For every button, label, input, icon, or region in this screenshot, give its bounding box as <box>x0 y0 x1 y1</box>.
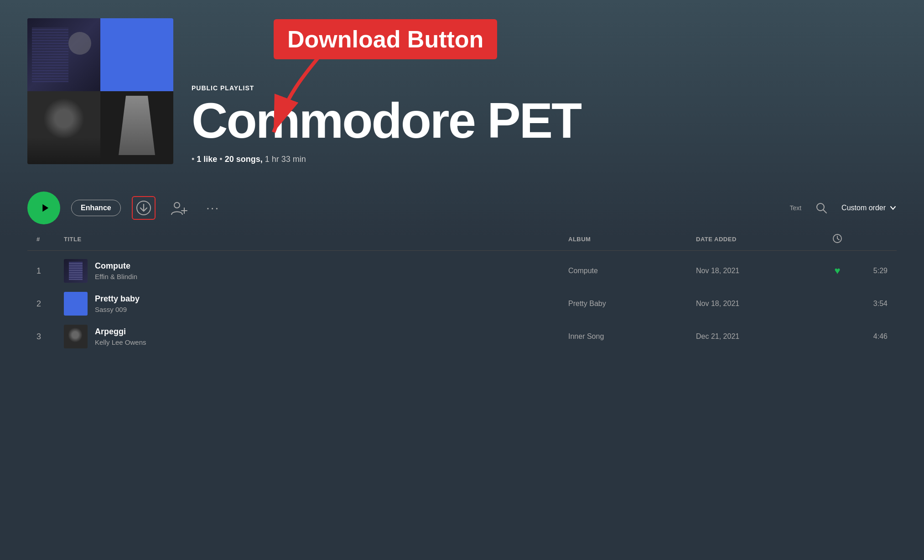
col-header-title: TITLE <box>64 236 568 243</box>
track-name-artist: Compute Effin & Blindin <box>95 261 137 280</box>
track-date-added: Nov 18, 2021 <box>696 300 824 308</box>
track-list: 1 Compute Effin & Blindin Compute Nov 18… <box>27 254 897 353</box>
more-options-button[interactable]: ··· <box>201 196 225 220</box>
track-liked-icon: ♥ <box>824 265 851 277</box>
track-table: # TITLE ALBUM DATE ADDED 1 Compute Effin… <box>27 233 897 353</box>
play-button[interactable] <box>27 192 60 224</box>
track-artist: Effin & Blindin <box>95 273 137 280</box>
track-album: Inner Song <box>568 332 696 341</box>
custom-order-label: Custom order <box>841 204 886 212</box>
more-dots: ··· <box>206 201 219 215</box>
track-thumbnail <box>64 325 88 348</box>
track-artist: Kelly Lee Owens <box>95 338 146 346</box>
play-icon <box>38 202 51 214</box>
track-info: Pretty baby Sassy 009 <box>64 292 568 316</box>
annotation-arrow <box>260 41 351 143</box>
track-name: Pretty baby <box>95 294 140 304</box>
track-info: Compute Effin & Blindin <box>64 259 568 283</box>
track-album: Pretty Baby <box>568 300 696 308</box>
track-number: 1 <box>36 266 64 276</box>
cover-cell-4 <box>100 91 173 164</box>
download-icon <box>136 200 151 216</box>
chevron-down-icon <box>889 204 897 212</box>
svg-point-2 <box>174 202 180 208</box>
cover-cell-1-inner <box>27 18 100 91</box>
track-duration: 4:46 <box>851 332 888 341</box>
clock-icon <box>832 233 842 244</box>
col-header-num: # <box>36 236 64 243</box>
track-info: Arpeggi Kelly Lee Owens <box>64 325 568 348</box>
track-name-artist: Pretty baby Sassy 009 <box>95 294 140 313</box>
cover-cell-1 <box>27 18 100 91</box>
download-button[interactable] <box>132 196 156 220</box>
track-name-artist: Arpeggi Kelly Lee Owens <box>95 327 146 346</box>
track-album: Compute <box>568 267 696 275</box>
enhance-button[interactable]: Enhance <box>71 200 121 216</box>
col-header-duration-icon <box>824 233 851 245</box>
track-thumbnail <box>64 292 88 316</box>
track-date-added: Nov 18, 2021 <box>696 267 824 275</box>
track-name: Arpeggi <box>95 327 146 337</box>
search-icon <box>815 202 827 214</box>
table-row[interactable]: 2 Pretty baby Sassy 009 Pretty Baby Nov … <box>27 287 897 320</box>
table-row[interactable]: 3 Arpeggi Kelly Lee Owens Inner Song Dec… <box>27 320 897 353</box>
playlist-meta: • 1 like • 20 songs, 1 hr 33 min <box>192 155 897 164</box>
track-artist: Sassy 009 <box>95 306 140 313</box>
col-header-album: ALBUM <box>568 236 696 243</box>
col-header-date: DATE ADDED <box>696 236 824 243</box>
cover-cell-2 <box>100 18 173 91</box>
track-number: 2 <box>36 299 64 309</box>
controls-section: Enhance ··· Text <box>27 179 897 233</box>
text-label: Text <box>789 204 801 212</box>
songs-count: 20 songs, <box>225 155 263 164</box>
add-user-icon <box>169 199 187 217</box>
track-name: Compute <box>95 261 137 271</box>
track-duration: 5:29 <box>851 267 888 275</box>
likes-count: 1 like <box>197 155 217 164</box>
track-duration: 3:54 <box>851 300 888 308</box>
table-row[interactable]: 1 Compute Effin & Blindin Compute Nov 18… <box>27 254 897 287</box>
search-button[interactable] <box>812 199 831 217</box>
add-user-button[interactable] <box>166 196 190 220</box>
track-number: 3 <box>36 332 64 342</box>
cover-cell-3 <box>27 91 100 164</box>
table-header: # TITLE ALBUM DATE ADDED <box>27 233 897 251</box>
custom-order-button[interactable]: Custom order <box>841 204 897 212</box>
track-thumbnail <box>64 259 88 283</box>
track-date-added: Dec 21, 2021 <box>696 332 824 341</box>
playlist-cover <box>27 18 173 164</box>
duration: 1 hr 33 min <box>265 155 306 164</box>
